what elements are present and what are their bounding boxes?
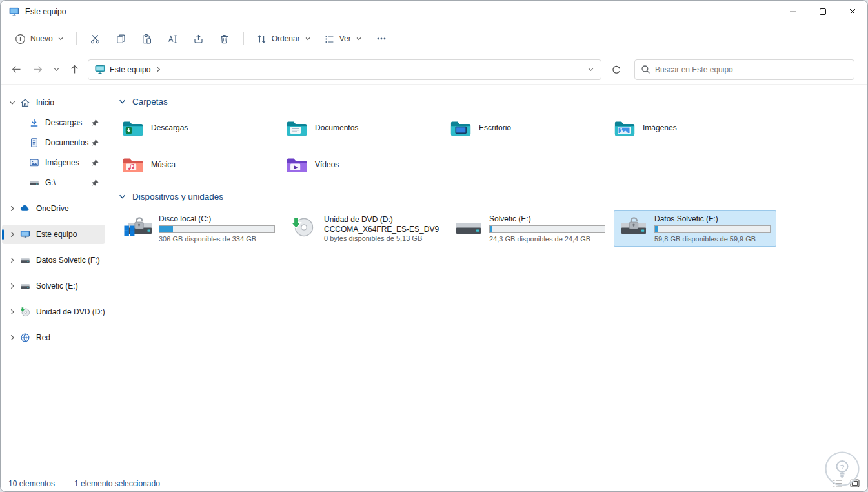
back-button[interactable] [6,60,27,79]
view-button[interactable]: Ver [318,28,368,50]
drive-name: Unidad de DVD (D:) [324,215,439,225]
drive-tile-f[interactable]: Datos Solvetic (F:) 59,8 GB disponibles … [614,210,776,247]
address-bar[interactable]: Este equipo [88,59,601,80]
recent-locations-button[interactable] [48,60,64,79]
section-chevron-down-icon[interactable] [118,97,126,106]
pin-icon[interactable] [91,119,99,127]
folder-tile-documentos[interactable]: Documentos [282,116,446,140]
sidebar-item-datos-solvetic-f[interactable]: Datos Solvetic (F:) [2,251,105,270]
search-input[interactable] [655,65,848,74]
folder-tile-descargas[interactable]: Descargas [118,116,282,140]
sidebar-item-label: G:\ [45,178,56,187]
toolbar-separator [76,32,77,45]
new-button[interactable]: Nuevo [8,28,70,50]
address-dropdown-chevron-icon[interactable] [587,66,594,73]
sidebar-item-onedrive[interactable]: OneDrive [2,199,105,218]
computer-icon [19,229,31,240]
breadcrumb-segment[interactable]: Este equipo [110,65,150,74]
folders-section-title: Carpetas [132,97,168,107]
section-chevron-down-icon[interactable] [118,192,126,201]
chevron-right-icon[interactable] [6,282,19,290]
hard-drive-icon [454,214,483,239]
dvd-icon [19,307,31,318]
share-button[interactable] [186,28,212,50]
minimize-button[interactable] [778,1,808,23]
downloads-icon [28,118,40,128]
sidebar-item-label: Red [36,333,50,342]
pin-icon[interactable] [91,179,99,187]
chevron-down-icon [356,36,362,42]
folder-tile-videos[interactable]: Vídeos [282,152,446,177]
chevron-down-icon[interactable] [6,99,19,107]
chevron-right-icon[interactable] [6,308,19,316]
folders-grid: Descargas Documentos Escritorio [118,116,867,177]
cut-button[interactable] [83,28,108,50]
sidebar-item-g-drive[interactable]: G:\ [2,173,105,192]
sidebar-item-imagenes[interactable]: Imágenes [2,153,105,172]
folder-name: Descargas [151,123,188,132]
folders-section-header[interactable]: Carpetas [118,94,867,109]
chevron-right-icon[interactable] [6,256,19,264]
sidebar-item-label: Inicio [36,98,54,107]
folder-tile-escritorio[interactable]: Escritorio [446,116,610,140]
item-count: 10 elementos [8,479,55,488]
delete-button[interactable] [212,28,237,50]
onedrive-icon [19,203,31,214]
view-icon [324,34,335,45]
hard-drive-bitlocker-icon [619,214,649,239]
copy-button[interactable] [108,28,134,50]
folder-name: Escritorio [479,123,511,132]
close-button[interactable] [838,1,867,23]
large-icons-view-toggle[interactable] [850,479,860,487]
share-icon [193,34,204,45]
capacity-bar [654,225,771,233]
pictures-icon [28,158,40,169]
refresh-button[interactable] [605,60,627,79]
search-icon [641,65,651,74]
drive-tile-e[interactable]: Solvetic (E:) 24,3 GB disponibles de 24,… [449,210,611,247]
maximize-button[interactable] [808,1,838,23]
sidebar-item-inicio[interactable]: Inicio [2,93,105,112]
pin-icon[interactable] [91,139,99,147]
drive-icon [19,281,31,292]
breadcrumb-chevron-icon[interactable] [155,66,162,73]
new-icon [15,34,26,45]
more-icon [376,34,387,44]
new-button-label: Nuevo [30,34,53,43]
drive-free-space: 24,3 GB disponibles de 24,4 GB [489,235,605,243]
chevron-right-icon[interactable] [6,205,19,212]
details-view-icon [833,479,842,487]
command-toolbar: Nuevo Ordenar [1,23,867,55]
drive-tile-c[interactable]: Disco local (C:) 306 GB disponibles de 3… [118,210,281,247]
paste-button[interactable] [134,28,160,50]
music-folder-icon [122,156,144,174]
sort-button[interactable]: Ordenar [250,28,318,50]
drive-free-space: 0 bytes disponibles de 5,13 GB [324,234,439,242]
folder-tile-musica[interactable]: Música [118,152,282,177]
this-pc-icon [9,6,19,17]
sidebar-item-este-equipo[interactable]: Este equipo [2,225,105,244]
more-options-button[interactable] [368,28,394,50]
sidebar-item-solvetic-e[interactable]: Solvetic (E:) [2,276,105,296]
folder-tile-imagenes[interactable]: Imágenes [610,116,774,140]
sidebar-item-unidad-dvd[interactable]: Unidad de DVD (D:) [2,302,105,322]
chevron-right-icon[interactable] [6,334,19,342]
refresh-icon [611,65,621,75]
details-view-toggle[interactable] [833,479,842,487]
devices-section-header[interactable]: Dispositivos y unidades [118,189,867,204]
drive-volume-label: CCCOMA_X64FRE_ES-ES_DV9 [324,225,439,234]
up-button[interactable] [64,60,85,79]
large-icons-view-icon [850,479,860,487]
downloads-folder-icon [122,119,144,138]
rename-icon [167,34,178,45]
drive-tile-d[interactable]: Unidad de DVD (D:) CCCOMA_X64FRE_ES-ES_D… [283,210,446,247]
sidebar-item-descargas[interactable]: Descargas [2,113,105,132]
sidebar-item-red[interactable]: Red [2,328,105,347]
document-icon [28,138,40,149]
pictures-folder-icon [614,119,636,138]
forward-button[interactable] [27,60,48,79]
chevron-right-icon[interactable] [6,231,19,238]
sidebar-item-documentos[interactable]: Documentos [2,133,105,152]
rename-button[interactable] [160,28,186,50]
pin-icon[interactable] [91,159,99,167]
